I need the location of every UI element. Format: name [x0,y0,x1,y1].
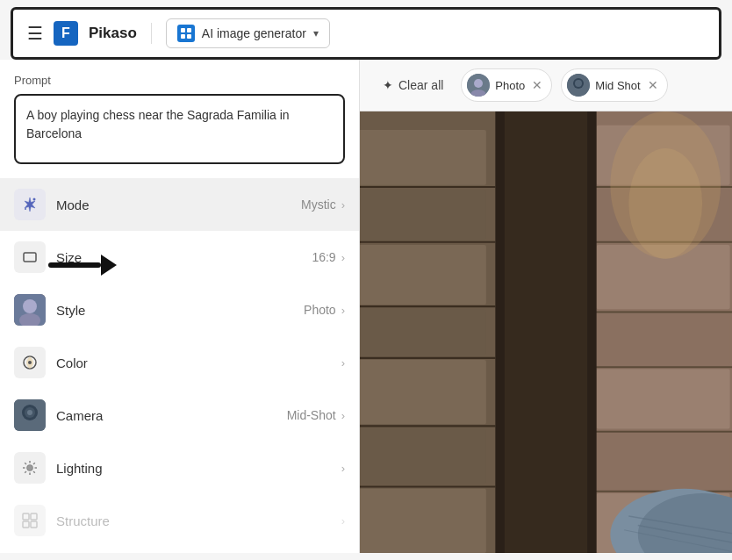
prompt-textarea[interactable]: A boy playing chess near the Sagrada Fam… [14,94,345,164]
svg-line-23 [33,463,35,464]
filter-bar: ✦ Clear all Photo ✕ [360,60,732,111]
tool-selector-icon [177,25,195,42]
svg-rect-3 [187,34,191,39]
svg-rect-1 [187,28,191,32]
svg-rect-25 [23,513,29,520]
lighting-chevron-icon: › [341,462,345,475]
clear-all-label: Clear all [398,78,443,92]
app-name-label: Pikaso [89,25,137,42]
svg-rect-0 [181,28,185,32]
app-logo-icon: F [54,21,78,46]
filter-tag-photo[interactable]: Photo ✕ [461,68,552,102]
arrow-head-icon [101,255,117,276]
svg-point-30 [474,79,483,88]
svg-point-67 [628,148,702,259]
settings-item-style[interactable]: Style Photo › [0,284,359,336]
tool-selector-label: AI image generator [202,26,306,40]
svg-rect-55 [597,369,730,428]
svg-rect-39 [360,245,486,305]
svg-rect-38 [360,190,486,241]
svg-rect-37 [360,130,486,185]
svg-rect-54 [597,314,730,365]
mode-label: Mode [56,197,301,212]
image-canvas [360,111,732,553]
settings-item-lighting[interactable]: Lighting › [0,442,359,494]
tool-dropdown-arrow-icon: ▾ [313,27,319,39]
svg-point-34 [575,80,582,87]
hamburger-icon[interactable]: ☰ [27,23,43,44]
size-chevron-icon: › [341,251,345,264]
image-preview [360,111,732,553]
midshot-tag-thumb [567,74,590,97]
camera-label: Camera [56,408,287,423]
right-panel: ✦ Clear all Photo ✕ [360,60,732,553]
tool-selector[interactable]: AI image generator ▾ [166,18,330,48]
svg-point-5 [25,208,26,210]
arrow-body [48,262,101,268]
lighting-label: Lighting [56,461,336,476]
size-icon [14,241,46,273]
filter-tag-midshot[interactable]: Mid Shot ✕ [561,68,667,102]
svg-rect-56 [597,434,730,489]
svg-point-15 [27,410,32,415]
midshot-tag-close-icon[interactable]: ✕ [648,79,658,91]
settings-item-camera[interactable]: Camera Mid-Shot › [0,389,359,442]
svg-point-16 [27,465,33,471]
svg-point-11 [28,361,32,364]
prompt-label: Prompt [14,74,345,87]
style-label: Style [56,303,304,318]
color-chevron-icon: › [341,356,345,370]
svg-point-8 [23,299,37,313]
structure-chevron-icon: › [341,514,345,528]
photo-tag-close-icon[interactable]: ✕ [532,79,542,91]
size-value: 16:9 [312,250,335,264]
svg-rect-40 [360,309,486,355]
header-divider [151,23,152,44]
settings-item-color[interactable]: Color › [0,336,359,389]
svg-rect-42 [360,429,486,485]
clear-all-icon: ✦ [383,78,393,92]
photo-tag-label: Photo [495,79,525,92]
svg-rect-6 [24,253,36,262]
create-btn-container: Create [0,550,359,553]
camera-icon [14,399,46,431]
left-panel: Prompt A boy playing chess near the Sagr… [0,60,360,553]
camera-value: Mid-Shot [287,408,336,422]
prompt-section: Prompt A boy playing chess near the Sagr… [0,60,359,175]
svg-line-21 [25,463,26,464]
svg-rect-26 [31,513,37,520]
mode-value: Mystic [301,197,336,212]
settings-item-structure[interactable]: Structure › [0,494,359,547]
style-chevron-icon: › [341,304,345,317]
mode-chevron-icon: › [341,198,345,212]
color-label: Color [56,355,336,370]
app-header: ☰ F Pikaso AI image generator ▾ [11,7,721,60]
svg-rect-65 [505,111,587,553]
structure-label: Structure [56,513,336,528]
lighting-icon [14,452,46,484]
svg-line-24 [25,471,26,473]
settings-item-mode[interactable]: Mode Mystic › [0,178,359,231]
arrow-annotation [48,255,117,276]
svg-rect-41 [360,360,486,424]
main-layout: Prompt A boy playing chess near the Sagr… [0,60,732,553]
midshot-tag-label: Mid Shot [595,79,640,92]
style-value: Photo [304,303,336,317]
camera-chevron-icon: › [341,409,345,422]
svg-line-22 [33,471,35,473]
mode-icon [14,189,46,220]
color-icon [14,347,46,378]
svg-rect-2 [181,34,185,39]
style-icon [14,294,46,326]
svg-rect-28 [31,521,37,528]
svg-point-4 [33,198,36,201]
svg-rect-27 [23,521,29,528]
structure-icon [14,505,46,536]
clear-all-button[interactable]: ✦ Clear all [374,73,452,97]
photo-tag-thumb [467,74,490,97]
svg-rect-43 [360,489,486,553]
settings-list: Mode Mystic › Size 16:9 › [0,175,359,550]
